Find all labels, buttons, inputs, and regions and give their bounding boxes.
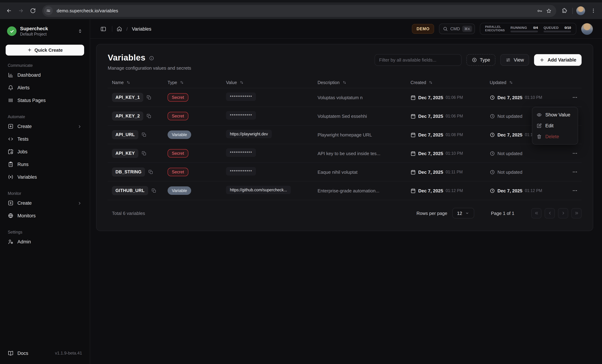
home-icon[interactable] [117, 26, 122, 32]
filter-input[interactable] [375, 54, 462, 66]
value-cell: ************ [226, 167, 318, 177]
sidebar-item-dashboard[interactable]: Dashboard [6, 69, 84, 81]
prev-page-button[interactable] [545, 208, 555, 218]
browser-back-button[interactable] [4, 6, 13, 15]
sidebar-item-jobs[interactable]: Jobs [6, 146, 84, 158]
column-header-name[interactable]: Name [112, 80, 168, 85]
sidebar-item-tests[interactable]: Tests [6, 133, 84, 146]
breadcrumb-divider [112, 26, 112, 32]
masked-value: ************ [226, 148, 256, 157]
sidebar-toggle-button[interactable] [98, 24, 108, 33]
column-header-type[interactable]: Type [168, 80, 226, 85]
sidebar-item-monitors[interactable]: Monitors [6, 209, 84, 222]
created-time: 01:10 PM [446, 151, 463, 156]
masked-value: ************ [226, 93, 256, 101]
rows-per-page-select[interactable]: 12 [452, 208, 474, 218]
sidebar-item-label: Alerts [17, 85, 82, 90]
column-label: Value [226, 80, 237, 85]
copy-icon[interactable] [146, 95, 151, 100]
page-content: Variables Manage configuration values an… [90, 39, 602, 364]
address-bar[interactable]: demo.supercheck.io/variables [42, 5, 556, 17]
square-plus-icon [8, 124, 13, 129]
browser-reload-button[interactable] [28, 6, 37, 15]
command-search-button[interactable]: CMD ⌘K [439, 24, 475, 34]
created-cell: Dec 7, 202501:12 PM [410, 188, 490, 193]
total-count: Total 6 variables [112, 210, 145, 216]
copy-icon[interactable] [146, 114, 151, 118]
actions-cell [564, 168, 581, 176]
row-actions-button[interactable] [571, 149, 579, 157]
value-cell: https://playwright.dev [226, 130, 318, 140]
quick-create-button[interactable]: Quick Create [6, 44, 84, 55]
table-row-api-key: API_KEYSecret************API key to be u… [108, 144, 581, 163]
updated-date: Dec 7, 2025 [497, 132, 522, 137]
created-cell: Dec 7, 202501:11 PM [410, 169, 490, 175]
app-window: Supercheck Default Project Quick Create … [0, 19, 602, 364]
first-page-button[interactable] [531, 208, 541, 218]
clipboard-list-icon [8, 162, 13, 167]
type-cell: Secret [168, 168, 226, 176]
row-actions-button[interactable] [571, 187, 579, 195]
menu-item-show-value[interactable]: Show Value [532, 109, 578, 120]
sidebar-item-label: Dashboard [17, 73, 82, 78]
site-settings-icon [46, 8, 51, 13]
card-header: Variables Manage configuration values an… [108, 53, 581, 71]
row-actions-button[interactable] [571, 168, 579, 176]
password-key-button[interactable] [535, 6, 544, 15]
type-cell: Secret [168, 112, 226, 120]
column-header-description[interactable]: Description [318, 80, 410, 85]
command-shortcut: ⌘K [462, 26, 472, 32]
info-icon[interactable] [149, 56, 154, 61]
browser-forward-button[interactable] [16, 6, 25, 15]
row-actions-button[interactable] [571, 94, 579, 101]
browser-menu-button[interactable] [589, 6, 598, 15]
variable-parens-icon [8, 174, 13, 180]
sidebar-item-create[interactable]: Create [6, 197, 84, 209]
updated-time: 01:12 PM [525, 188, 542, 193]
row-context-menu: Show ValueEditDelete [532, 107, 578, 145]
type-button-label: Type [480, 57, 490, 62]
sidebar-item-docs[interactable]: Docs v1.1.9-beta.41 [6, 347, 84, 359]
arrow-left-icon [6, 8, 12, 14]
queued-label: QUEUED [544, 25, 559, 29]
site-info-button[interactable] [44, 6, 53, 15]
copy-icon[interactable] [151, 188, 156, 193]
menu-item-edit[interactable]: Edit [532, 120, 578, 131]
browser-profile-avatar[interactable] [576, 6, 585, 15]
column-header-created[interactable]: Created [410, 80, 490, 85]
bookmark-button[interactable] [544, 6, 553, 15]
sidebar-item-create[interactable]: Create [6, 120, 84, 133]
type-badge: Secret [168, 112, 188, 120]
sidebar-item-variables[interactable]: Variables [6, 171, 84, 183]
copy-icon[interactable] [141, 132, 146, 137]
org-switcher[interactable]: Supercheck Default Project [6, 24, 84, 39]
sidebar-item-admin[interactable]: Admin [6, 235, 84, 248]
view-options-button[interactable]: View [500, 54, 529, 66]
toolbar-divider [572, 8, 573, 14]
masked-value: ************ [226, 111, 256, 120]
copy-icon[interactable] [148, 169, 153, 175]
column-header-value[interactable]: Value [226, 80, 318, 85]
sidebar-item-runs[interactable]: Runs [6, 158, 84, 171]
sidebar-item-status-pages[interactable]: Status Pages [6, 94, 84, 107]
last-page-button[interactable] [571, 208, 581, 218]
table-body: API_KEY_1Secret************Voluptas volu… [108, 88, 581, 200]
type-filter-button[interactable]: Type [466, 54, 495, 66]
sidebar-item-label: Variables [17, 175, 82, 180]
sort-icon [342, 80, 347, 85]
next-page-button[interactable] [558, 208, 568, 218]
add-button-label: Add Variable [548, 57, 576, 62]
updated-cell: Not updated [490, 151, 564, 156]
trash-icon [537, 134, 542, 139]
menu-item-delete[interactable]: Delete [532, 131, 578, 142]
code-icon [8, 136, 13, 142]
extensions-button[interactable] [560, 6, 569, 15]
column-header-updated[interactable]: Updated [490, 80, 564, 85]
variables-card: Variables Manage configuration values an… [96, 44, 593, 231]
sidebar-item-alerts[interactable]: Alerts [6, 81, 84, 94]
add-variable-button[interactable]: Add Variable [534, 54, 581, 66]
user-avatar[interactable] [581, 23, 593, 35]
section-label-settings: Settings [8, 230, 84, 234]
copy-icon[interactable] [141, 151, 146, 156]
description-cell: API key to be used inside tes... [318, 151, 410, 156]
